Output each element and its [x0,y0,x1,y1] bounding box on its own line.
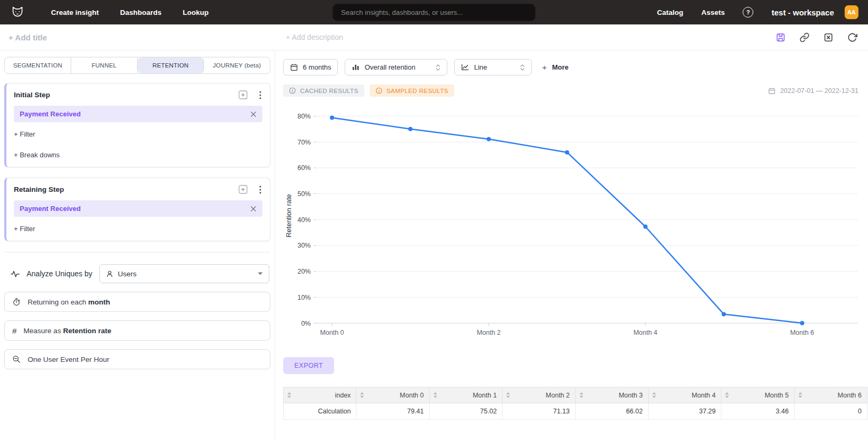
svg-text:Month 4: Month 4 [633,329,657,336]
sidebar-divider [4,252,270,252]
initial-step-title: Initial Step [14,91,50,99]
svg-text:0%: 0% [301,320,311,327]
svg-text:Month 2: Month 2 [476,329,500,336]
add-title-button[interactable]: + Add title [8,33,47,42]
nav-assets[interactable]: Assets [701,9,725,16]
col-header-month3[interactable]: Month 3 [575,387,648,403]
data-point[interactable] [565,150,569,155]
tab-retention[interactable]: RETENTION [138,57,204,73]
cell-month4: 37.29 [648,403,721,420]
add-event-icon[interactable] [239,90,248,99]
metric-select[interactable]: Overall retention [345,59,447,75]
sort-icon [798,392,803,399]
retention-chart: 0%10%20%30%40%50%60%70%80%Month 0Month 2… [283,101,868,346]
svg-text:Month 0: Month 0 [320,329,344,336]
sort-icon [360,392,364,399]
workspace-menu[interactable]: test - workspace [771,8,834,17]
table-header-row: index Month 0 Month 1 Month 2 Month 3 [284,387,867,403]
cell-index: Calculation [284,403,356,420]
nav-lookup[interactable]: Lookup [183,9,209,16]
initial-step-event-chip[interactable]: Payment Received [14,106,262,122]
tab-segmentation[interactable]: SEGMENTATION [5,57,71,73]
step-menu-icon[interactable] [258,185,262,194]
table-row: Calculation 79.41 75.02 71.13 66.02 37.2… [284,403,867,420]
add-filter-link[interactable]: + Filter [14,130,262,138]
time-window-button[interactable]: 6 months [283,59,338,75]
svg-text:10%: 10% [297,294,311,301]
cell-month6: 0 [794,403,867,420]
col-header-month1[interactable]: Month 1 [429,387,502,403]
event-name: Payment Received [20,205,81,213]
export-button[interactable]: EXPORT [283,357,334,374]
nav-catalog[interactable]: Catalog [657,9,684,16]
tab-journey[interactable]: JOURNEY (beta) [204,57,270,73]
user-avatar[interactable]: AA [845,5,858,19]
add-description-button[interactable]: + Add description [286,33,343,41]
nav-create-insight[interactable]: Create insight [51,9,99,16]
analyze-entity-select[interactable]: Users [99,264,269,283]
data-point[interactable] [409,127,413,131]
svg-text:Retention rate: Retention rate [285,194,293,238]
returning-period-button[interactable]: Returning on each month [4,292,270,312]
svg-text:30%: 30% [297,242,311,249]
clear-insight-icon[interactable] [823,32,833,43]
top-navbar: Create insight Dashboards Lookup Catalog… [0,0,868,24]
line-chart-icon [461,63,469,71]
data-point[interactable] [800,321,804,325]
cached-results-badge: CACHED RESULTS [283,84,364,97]
results-panel: 6 months Overall retention [275,50,868,440]
event-name: Payment Received [20,110,81,118]
col-header-month4[interactable]: Month 4 [648,387,721,403]
remove-event-icon[interactable] [250,111,257,117]
global-search-input[interactable] [333,4,535,21]
add-breakdowns-link[interactable]: + Break downs [14,151,262,159]
refresh-icon[interactable] [847,32,857,43]
copy-link-icon[interactable] [799,32,810,43]
initial-step-card: Initial Step Paymen [4,83,270,167]
insight-title-bar: + Add title + Add description [0,24,868,50]
add-filter-link[interactable]: + Filter [14,225,262,233]
data-point[interactable] [330,115,334,120]
tab-funnel[interactable]: FUNNEL [71,57,138,73]
col-header-month0[interactable]: Month 0 [356,387,429,403]
data-point[interactable] [722,312,726,316]
info-icon [289,87,296,94]
svg-text:50%: 50% [297,190,311,198]
step-menu-icon[interactable] [258,91,262,99]
col-header-month2[interactable]: Month 2 [503,387,575,403]
user-icon [106,270,114,278]
more-options-button[interactable]: + More [542,63,568,72]
stepper-icon [436,63,440,72]
save-icon[interactable] [776,32,786,43]
measure-as-button[interactable]: # Measure as Retention rate [4,320,270,341]
sort-icon [652,392,657,399]
sort-icon [579,392,584,399]
sampled-results-badge: SAMPLED RESULTS [370,84,454,97]
sort-icon [506,392,510,399]
svg-text:20%: 20% [297,268,311,275]
retaining-step-title: Retaining Step [14,185,64,193]
data-point[interactable] [643,224,648,229]
svg-text:70%: 70% [297,139,311,146]
retaining-step-event-chip[interactable]: Payment Received [14,200,262,217]
dedupe-button[interactable]: One User Event Per Hour [4,349,270,369]
nav-dashboards[interactable]: Dashboards [120,9,161,16]
help-icon[interactable]: ? [743,7,753,18]
remove-event-icon[interactable] [250,206,257,212]
col-header-index[interactable]: index [284,387,356,403]
chart-type-select[interactable]: Line [454,59,532,75]
cell-month0: 79.41 [356,403,429,420]
data-point[interactable] [487,137,491,141]
col-header-month5[interactable]: Month 5 [721,387,794,403]
analyze-uniques-label: Analyze Uniques by [27,269,92,278]
add-event-icon[interactable] [239,185,248,194]
query-builder-sidebar: SEGMENTATION FUNNEL RETENTION JOURNEY (b… [0,50,275,440]
dedupe-label: One User Event Per Hour [28,356,109,363]
col-header-month6[interactable]: Month 6 [794,387,867,403]
sort-icon [725,392,729,399]
date-range-display[interactable]: 2022-07-01 — 2022-12-31 [768,87,858,95]
retention-line [332,117,802,323]
sort-icon [287,392,292,399]
analyze-entity-value: Users [118,270,137,278]
app-logo-cat-icon[interactable] [10,4,25,20]
